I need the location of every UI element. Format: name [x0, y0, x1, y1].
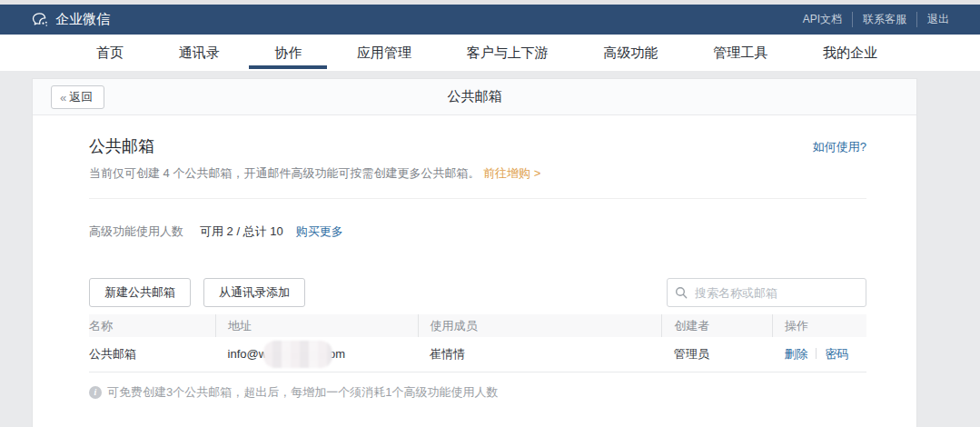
page: 企业微信 API文档 联系客服 退出 首页 通讯录 协作 应用管理 客户与上下游… [0, 0, 980, 427]
column-header-creator: 创建者 [662, 314, 773, 337]
redaction-blur [263, 341, 332, 368]
brand[interactable]: 企业微信 [31, 11, 110, 29]
topbar-link-logout[interactable]: 退出 [916, 12, 949, 27]
topbar-link-contact-support[interactable]: 联系客服 [852, 12, 916, 27]
cell-creator: 管理员 [662, 337, 773, 372]
topbar: 企业微信 API文档 联系客服 退出 [0, 5, 980, 35]
quota-label: 高级功能使用人数 [89, 223, 183, 240]
search-input[interactable] [667, 278, 866, 307]
nav-item-management-tools[interactable]: 管理工具 [697, 35, 784, 71]
toolbar: 新建公共邮箱 从通讯录添加 [89, 278, 866, 307]
search-box [667, 278, 866, 307]
column-header-actions: 操作 [772, 314, 866, 337]
delete-link[interactable]: 删除 [784, 347, 807, 361]
buy-more-link[interactable]: 购买更多 [296, 223, 343, 240]
section-head-text: 公共邮箱 当前仅可创建 4 个公共邮箱，开通邮件高级功能可按需创建更多公共邮箱。… [89, 135, 540, 182]
column-header-members: 使用成员 [418, 314, 662, 337]
quota-row: 高级功能使用人数 可用 2 / 总计 10 购买更多 [89, 223, 866, 240]
quota-value: 可用 2 / 总计 10 [200, 223, 283, 240]
brand-label: 企业微信 [55, 11, 110, 28]
footer-note: 可免费创建3个公共邮箱，超出后，每增加一个须消耗1个高级功能使用人数 [89, 384, 866, 401]
nav-item-my-company[interactable]: 我的企业 [807, 35, 894, 71]
cell-actions: 删除密码 [772, 337, 866, 372]
section-head: 公共邮箱 当前仅可创建 4 个公共邮箱，开通邮件高级功能可按需创建更多公共邮箱。… [89, 135, 866, 182]
section-description-text: 当前仅可创建 4 个公共邮箱，开通邮件高级功能可按需创建更多公共邮箱。 [89, 166, 480, 180]
info-icon [89, 386, 102, 399]
content-card: « 返回 公共邮箱 公共邮箱 当前仅可创建 4 个公共邮箱，开通邮件高级功能可按… [32, 78, 917, 427]
section-title: 公共邮箱 [89, 135, 540, 157]
topbar-links: API文档 联系客服 退出 [793, 12, 949, 27]
column-header-name: 名称 [89, 314, 216, 337]
cell-mailbox-name: 公共邮箱 [89, 337, 216, 372]
table-header-row: 名称 地址 使用成员 创建者 操作 [89, 314, 866, 337]
content-background: « 返回 公共邮箱 公共邮箱 当前仅可创建 4 个公共邮箱，开通邮件高级功能可按… [0, 71, 980, 427]
card-body: 公共邮箱 当前仅可创建 4 个公共邮箱，开通邮件高级功能可按需创建更多公共邮箱。… [33, 115, 916, 401]
topbar-link-api-docs[interactable]: API文档 [793, 12, 852, 27]
nav-item-home[interactable]: 首页 [80, 35, 140, 71]
search-icon [675, 286, 688, 299]
nav-item-contacts[interactable]: 通讯录 [163, 35, 236, 71]
table-row: 公共邮箱 info@wom 崔情情 管理员 删除密码 [89, 337, 866, 372]
mailbox-address: info@wom [228, 341, 346, 368]
how-to-use-link[interactable]: 如何使用? [813, 139, 866, 155]
back-arrow-icon: « [60, 91, 66, 104]
page-title: 公共邮箱 [448, 88, 502, 105]
nav-item-advanced-features[interactable]: 高级功能 [588, 35, 675, 71]
cell-mailbox-address: info@wom [216, 337, 419, 372]
nav-item-collaboration[interactable]: 协作 [258, 35, 318, 71]
wechat-work-logo-icon [31, 11, 49, 29]
section-divider [89, 198, 866, 199]
section-description: 当前仅可创建 4 个公共邮箱，开通邮件高级功能可按需创建更多公共邮箱。 前往增购… [89, 165, 540, 182]
page-header: « 返回 公共邮箱 [33, 79, 916, 115]
back-button-label: 返回 [69, 89, 93, 105]
add-from-contacts-button[interactable]: 从通讯录添加 [203, 278, 305, 307]
nav-item-app-management[interactable]: 应用管理 [341, 35, 428, 71]
column-header-address: 地址 [216, 314, 419, 337]
main-nav: 首页 通讯录 协作 应用管理 客户与上下游 高级功能 管理工具 我的企业 [0, 35, 980, 71]
new-public-mailbox-button[interactable]: 新建公共邮箱 [89, 278, 191, 307]
footer-note-text: 可免费创建3个公共邮箱，超出后，每增加一个须消耗1个高级功能使用人数 [107, 384, 498, 401]
mailbox-table: 名称 地址 使用成员 创建者 操作 公共邮箱 info@wom [89, 314, 866, 372]
purchase-more-link[interactable]: 前往增购 > [483, 166, 540, 180]
nav-item-customers-upstream-downstream[interactable]: 客户与上下游 [450, 35, 565, 71]
cell-members: 崔情情 [418, 337, 662, 372]
back-button[interactable]: « 返回 [51, 85, 104, 109]
actions-separator [816, 348, 817, 359]
password-link[interactable]: 密码 [825, 347, 848, 361]
address-prefix: info@w [228, 347, 268, 361]
